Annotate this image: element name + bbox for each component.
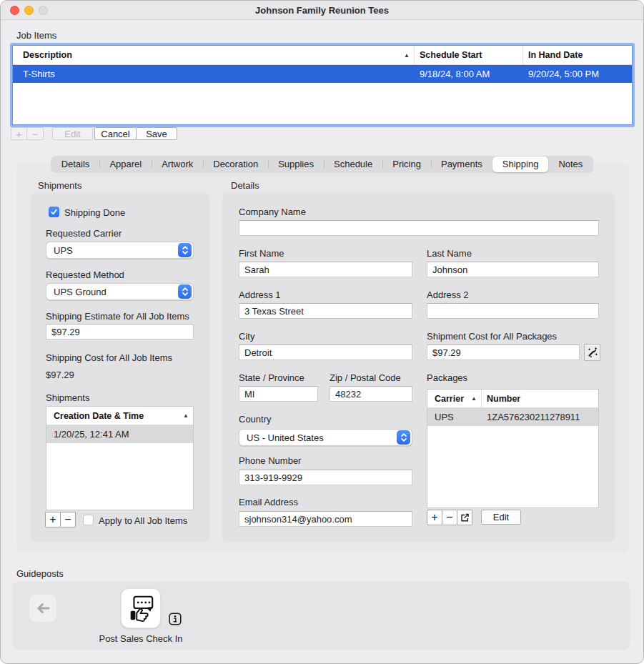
edit-job-item-button[interactable]: Edit <box>52 127 93 140</box>
chevron-updown-icon <box>178 284 192 299</box>
address2-input[interactable] <box>427 303 599 319</box>
shipping-done-checkbox[interactable] <box>49 207 59 217</box>
country-value: US - United States <box>239 432 397 443</box>
remove-job-item-button[interactable]: − <box>26 127 44 140</box>
post-sales-check-in-button[interactable] <box>121 588 161 628</box>
details-heading: Details <box>231 180 259 191</box>
tab-supplies[interactable]: Supplies <box>268 157 324 172</box>
chevron-updown-icon <box>397 430 410 445</box>
shipping-estimate-input[interactable] <box>46 324 194 340</box>
tab-apparel[interactable]: Apparel <box>99 157 152 172</box>
first-name-label: First Name <box>239 248 284 259</box>
cell-description: T-Shirts <box>13 65 415 83</box>
info-icon[interactable] <box>169 613 182 625</box>
tab-payments[interactable]: Payments <box>431 157 492 172</box>
phone-input[interactable] <box>239 470 412 485</box>
cell-number: 1ZA576230211278911 <box>482 412 598 422</box>
tab-details[interactable]: Details <box>51 157 100 172</box>
post-sales-check-in-icon <box>126 593 156 623</box>
job-items-table-header: Description ▲ Schedule Start In Hand Dat… <box>13 46 632 65</box>
state-label: State / Province <box>239 372 304 383</box>
auto-calculate-button[interactable] <box>584 344 600 361</box>
tab-pricing[interactable]: Pricing <box>382 157 431 172</box>
window-title: Johnson Family Reunion Tees <box>1 5 643 16</box>
tab-decoration[interactable]: Decoration <box>203 157 268 172</box>
shipping-done-label: Shipping Done <box>64 207 125 218</box>
tab-notes[interactable]: Notes <box>548 157 593 172</box>
add-package-button[interactable]: + <box>427 510 442 525</box>
email-input[interactable] <box>239 511 412 527</box>
chevron-updown-icon <box>178 243 192 257</box>
apply-all-checkbox[interactable] <box>83 515 94 525</box>
city-input[interactable] <box>239 345 412 360</box>
shipment-cost-input[interactable] <box>427 345 580 360</box>
shipments-table: Creation Date & Time ▲ 1/20/25, 12:41 AM <box>46 406 194 510</box>
carrier-column-label: Carrier <box>435 394 464 404</box>
column-header-number[interactable]: Number <box>482 394 598 404</box>
add-job-item-button[interactable]: + <box>11 127 27 140</box>
open-external-button[interactable] <box>457 510 472 525</box>
shipments-list-label: Shipments <box>46 392 89 403</box>
column-header-in-hand-date[interactable]: In Hand Date <box>523 46 632 64</box>
last-name-input[interactable] <box>427 262 599 277</box>
email-label: Email Address <box>239 497 298 507</box>
first-name-input[interactable] <box>239 262 412 277</box>
creation-date-column-label: Creation Date & Time <box>54 411 144 421</box>
company-name-input[interactable] <box>239 220 599 236</box>
add-shipment-button[interactable]: + <box>45 512 61 527</box>
save-button[interactable]: Save <box>136 127 177 140</box>
address1-input[interactable] <box>239 303 412 319</box>
requested-carrier-label: Requested Carrier <box>46 228 122 239</box>
sort-asc-icon: ▲ <box>471 395 477 402</box>
state-input[interactable] <box>239 386 318 402</box>
shipment-row[interactable]: 1/20/25, 12:41 AM <box>46 425 193 443</box>
packages-label: Packages <box>427 372 467 383</box>
column-header-description[interactable]: Description ▲ <box>13 46 415 64</box>
post-sales-check-in-label: Post Sales Check In <box>76 633 205 644</box>
phone-label: Phone Number <box>239 455 301 466</box>
requested-method-value: UPS Ground <box>46 287 178 297</box>
table-row[interactable]: T-Shirts 9/18/24, 8:00 AM 9/20/24, 5:00 … <box>13 65 632 83</box>
job-items-table: Description ▲ Schedule Start In Hand Dat… <box>12 45 633 125</box>
zip-input[interactable] <box>330 386 412 402</box>
tab-shipping[interactable]: Shipping <box>492 157 549 172</box>
city-label: City <box>239 331 254 342</box>
country-select[interactable]: US - United States <box>239 429 412 446</box>
shipment-cost-label: Shipment Cost for All Packages <box>427 331 557 342</box>
remove-package-button[interactable]: − <box>442 510 457 525</box>
column-header-carrier[interactable]: Carrier ▲ <box>427 390 482 407</box>
edit-package-button[interactable]: Edit <box>481 510 521 525</box>
tab-schedule[interactable]: Schedule <box>324 157 382 172</box>
cell-in-hand-date: 9/20/24, 5:00 PM <box>523 65 632 83</box>
shipping-cost-value: $97.29 <box>46 370 74 380</box>
remove-shipment-button[interactable]: − <box>60 512 76 527</box>
sort-asc-icon: ▲ <box>404 52 410 59</box>
packages-table-header: Carrier ▲ Number <box>427 390 598 408</box>
titlebar: Johnson Family Reunion Tees <box>1 1 643 20</box>
zip-label: Zip / Postal Code <box>330 372 401 383</box>
app-window: Johnson Family Reunion Tees Job Items De… <box>0 0 644 664</box>
shipments-table-header[interactable]: Creation Date & Time ▲ <box>46 407 193 425</box>
requested-carrier-select[interactable]: UPS <box>46 242 194 259</box>
packages-table: Carrier ▲ Number UPS 1ZA576230211278911 <box>427 389 599 508</box>
column-header-schedule-start[interactable]: Schedule Start <box>415 46 523 64</box>
address1-label: Address 1 <box>239 289 281 300</box>
requested-method-select[interactable]: UPS Ground <box>46 283 194 300</box>
requested-method-label: Requested Method <box>46 269 124 280</box>
country-label: Country <box>239 414 272 425</box>
tab-artwork[interactable]: Artwork <box>152 157 203 172</box>
guidepost-back-button[interactable] <box>29 595 56 622</box>
open-external-icon <box>460 512 470 522</box>
sort-asc-icon: ▲ <box>183 412 189 419</box>
apply-all-label: Apply to All Job Items <box>99 515 187 526</box>
shipping-estimate-label: Shipping Estimate for All Job Items <box>46 311 189 322</box>
package-row[interactable]: UPS 1ZA576230211278911 <box>427 408 598 426</box>
back-arrow-icon <box>35 602 51 615</box>
cancel-button[interactable]: Cancel <box>94 127 137 140</box>
last-name-label: Last Name <box>427 248 472 259</box>
cell-carrier: UPS <box>427 408 482 426</box>
job-items-section-label: Job Items <box>16 30 56 41</box>
guideposts-heading: Guideposts <box>16 568 64 579</box>
company-name-label: Company Name <box>239 207 306 217</box>
requested-carrier-value: UPS <box>46 245 178 256</box>
